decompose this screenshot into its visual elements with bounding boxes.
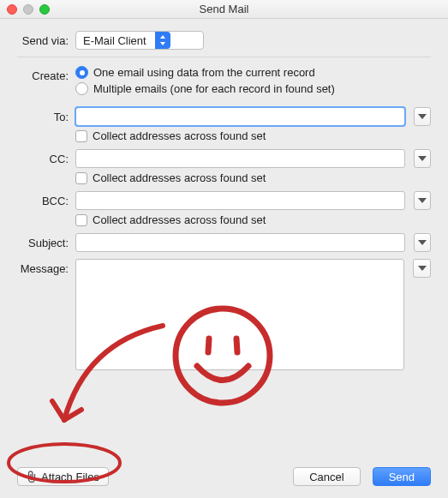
send-label: Send — [389, 471, 415, 483]
message-textarea[interactable] — [75, 259, 404, 370]
dialog-footer: Attach Files Cancel Send — [0, 467, 448, 486]
checkbox-icon — [75, 130, 87, 142]
bcc-row: BCC: Collect addresses across found set — [17, 191, 431, 226]
cancel-label: Cancel — [309, 471, 343, 483]
cc-menu-button[interactable] — [414, 149, 432, 168]
attach-files-label: Attach Files — [41, 471, 99, 483]
subject-row: Subject: — [17, 233, 431, 252]
create-option-multiple-emails[interactable]: Multiple emails (one for each record in … — [75, 82, 431, 95]
cc-label: CC: — [17, 149, 75, 165]
to-input[interactable] — [75, 107, 405, 126]
separator — [17, 57, 431, 57]
to-row: To: Collect addresses across found set — [17, 107, 431, 142]
create-row: Create: One email using data from the cu… — [17, 66, 431, 99]
subject-input[interactable] — [75, 233, 405, 252]
to-menu-button[interactable] — [414, 107, 432, 126]
chevron-down-icon — [418, 156, 427, 161]
send-via-value: E-Mail Client — [83, 34, 146, 47]
create-option-one-email[interactable]: One email using data from the current re… — [75, 66, 431, 79]
bcc-collect-label: Collect addresses across found set — [93, 213, 266, 226]
chevron-down-icon — [418, 198, 427, 203]
minimize-window-icon — [23, 4, 33, 15]
window-title: Send Mail — [200, 3, 249, 15]
create-option-label: Multiple emails (one for each record in … — [93, 82, 335, 95]
close-window-icon[interactable] — [7, 4, 17, 15]
bcc-input[interactable] — [75, 191, 405, 210]
to-label: To: — [17, 107, 75, 123]
send-via-row: Send via: E-Mail Client — [17, 31, 431, 50]
chevron-down-icon — [418, 266, 427, 271]
titlebar: Send Mail — [0, 0, 448, 19]
message-row: Message: — [17, 259, 431, 370]
to-collect-label: Collect addresses across found set — [93, 129, 266, 142]
paperclip-icon — [27, 471, 37, 483]
bcc-collect-checkbox[interactable]: Collect addresses across found set — [75, 213, 431, 226]
cc-row: CC: Collect addresses across found set — [17, 149, 431, 184]
chevron-down-icon — [418, 114, 427, 119]
subject-label: Subject: — [17, 233, 75, 249]
create-label: Create: — [17, 66, 75, 82]
to-collect-checkbox[interactable]: Collect addresses across found set — [75, 129, 431, 142]
select-arrows-icon — [155, 32, 170, 49]
cc-collect-checkbox[interactable]: Collect addresses across found set — [75, 171, 431, 184]
cc-collect-label: Collect addresses across found set — [93, 171, 266, 184]
attach-files-button[interactable]: Attach Files — [17, 467, 109, 486]
cancel-button[interactable]: Cancel — [293, 467, 360, 486]
bcc-label: BCC: — [17, 191, 75, 207]
radio-icon — [75, 82, 88, 95]
send-via-label: Send via: — [17, 31, 75, 47]
subject-menu-button[interactable] — [414, 233, 432, 252]
message-menu-button[interactable] — [413, 259, 431, 278]
radio-icon — [75, 66, 88, 79]
checkbox-icon — [75, 214, 87, 226]
bcc-menu-button[interactable] — [414, 191, 432, 210]
dialog-content: Send via: E-Mail Client Create: One emai… — [0, 19, 448, 370]
chevron-down-icon — [418, 240, 427, 245]
send-button[interactable]: Send — [373, 467, 431, 486]
cc-input[interactable] — [75, 149, 405, 168]
send-via-select[interactable]: E-Mail Client — [75, 31, 204, 50]
checkbox-icon — [75, 172, 87, 184]
maximize-window-icon[interactable] — [39, 4, 50, 15]
create-option-label: One email using data from the current re… — [93, 66, 315, 79]
traffic-lights — [7, 4, 50, 15]
message-label: Message: — [17, 259, 75, 275]
